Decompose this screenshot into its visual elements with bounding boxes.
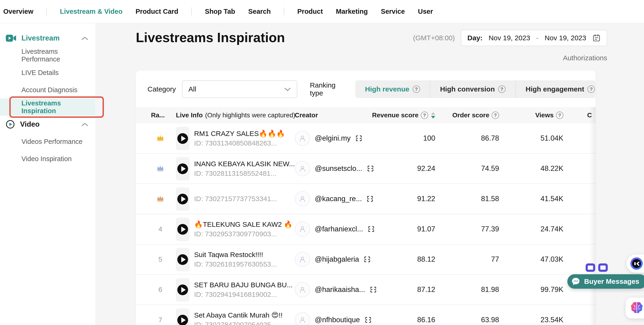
views-value: 99.79K xyxy=(500,275,564,305)
sidebar-item-livestreams-performance[interactable]: Livestreams Performance xyxy=(0,47,95,64)
chevron-up-icon[interactable] xyxy=(81,36,88,40)
calendar-icon[interactable] xyxy=(592,34,601,42)
nav-product[interactable]: Product xyxy=(297,8,323,15)
nav-overview[interactable]: Overview xyxy=(3,8,33,15)
nav-search[interactable]: Search xyxy=(248,8,271,15)
order-score: 86.78 xyxy=(436,123,499,153)
live-title[interactable]: Set Abaya Cantik Murah 😍!! xyxy=(194,311,292,319)
nav-product-card[interactable]: Product Card xyxy=(136,8,178,15)
creator-handle[interactable]: @elgini.my xyxy=(315,134,351,142)
ai-brain-tab[interactable] xyxy=(626,298,644,319)
avatar xyxy=(295,191,310,207)
column-clipped: C xyxy=(587,107,592,123)
table-row: INANG KEBAYA KLASIK NEW... ID: 730281131… xyxy=(136,154,596,184)
play-icon[interactable] xyxy=(177,163,188,174)
date-start[interactable]: Nov 19, 2023 xyxy=(488,34,530,42)
expand-icon[interactable] xyxy=(355,135,362,142)
video-thumbnail[interactable] xyxy=(176,187,190,211)
nav-marketing[interactable]: Marketing xyxy=(336,8,368,15)
expand-icon[interactable] xyxy=(365,317,372,323)
sidebar-group-livestream[interactable]: Livestream xyxy=(0,29,95,47)
brain-icon xyxy=(629,301,644,316)
date-range-picker[interactable]: Day: Nov 19, 2023 - Nov 19, 2023 xyxy=(461,30,607,46)
live-title[interactable]: SET BARU BAJU BUNGA BU... xyxy=(194,281,292,289)
video-thumbnail[interactable] xyxy=(176,127,190,150)
authorizations-link[interactable]: Authorizations xyxy=(563,54,607,62)
play-icon[interactable] xyxy=(177,315,188,325)
help-icon[interactable]: ? xyxy=(556,111,564,119)
live-title[interactable]: Suit Taqwa Restock!!!! xyxy=(194,251,292,259)
ranking-option-high-conversion[interactable]: High conversion ? xyxy=(430,80,516,98)
assistant-robot-tab[interactable] xyxy=(626,255,644,273)
ranking-option-high-revenue[interactable]: High revenue ? xyxy=(355,80,430,98)
order-score: 63.98 xyxy=(436,305,499,325)
play-icon[interactable] xyxy=(177,194,188,204)
table-row: RM1 CRAZY SALES🔥🔥🔥 ID: 73031340850848263… xyxy=(136,123,596,154)
sidebar-item-account-diagnosis[interactable]: Account Diagnosis xyxy=(0,81,95,98)
play-icon[interactable] xyxy=(177,285,188,295)
sidebar-item-video-inspiration[interactable]: Video Inspiration xyxy=(0,150,95,167)
sort-desc-icon[interactable] xyxy=(431,116,435,118)
creator-handle[interactable]: @farhaniexcl... xyxy=(315,225,363,233)
date-end[interactable]: Nov 19, 2023 xyxy=(545,34,586,42)
nav-livestream-video[interactable]: Livestream & Video xyxy=(60,8,122,15)
live-title[interactable]: RM1 CRAZY SALES🔥🔥🔥 xyxy=(194,129,292,138)
avatar xyxy=(295,312,310,325)
nav-divider xyxy=(284,7,284,15)
creator-handle[interactable]: @hijabgaleria xyxy=(315,255,359,264)
help-icon[interactable]: ? xyxy=(498,85,506,93)
main-card: Category All Ranking type High revenue ?… xyxy=(136,70,596,325)
chevron-down-icon xyxy=(284,87,291,91)
revenue-score: 88.12 xyxy=(372,245,435,274)
live-info-cell: ID: 73027157737753341... xyxy=(194,184,292,214)
avatar xyxy=(295,161,310,176)
nav-user[interactable]: User xyxy=(418,8,433,15)
video-thumbnail[interactable] xyxy=(176,278,190,302)
buyer-messages-button[interactable]: Buyer Messages xyxy=(567,274,644,289)
ranking-option-label: High revenue xyxy=(365,85,409,93)
help-icon[interactable]: ? xyxy=(588,85,595,93)
play-icon[interactable] xyxy=(177,254,188,265)
ranking-type-segmented: High revenue ? High conversion ? High en… xyxy=(355,80,596,98)
sort-asc-icon[interactable] xyxy=(431,112,435,115)
video-thumbnail[interactable] xyxy=(176,309,190,325)
sidebar-item-videos-performance[interactable]: Videos Performance xyxy=(0,133,95,150)
table-row: 7 Set Abaya Cantik Murah 😍!! ID: 7302784… xyxy=(136,305,596,325)
creator-handle[interactable]: @harikaaisha... xyxy=(315,286,365,294)
order-score: 81.98 xyxy=(436,275,499,305)
sidebar-item-live-details[interactable]: LIVE Details xyxy=(0,64,95,81)
sidebar-group-video[interactable]: Video xyxy=(0,116,95,133)
play-icon[interactable] xyxy=(177,224,188,235)
nav-shop-tab[interactable]: Shop Tab xyxy=(205,8,235,15)
creator-handle[interactable]: @nfhboutique xyxy=(315,316,360,324)
sort-control[interactable] xyxy=(431,112,435,118)
creator-handle[interactable]: @sunsetsclo... xyxy=(315,164,362,173)
video-thumbnail[interactable] xyxy=(176,218,190,241)
expand-icon[interactable] xyxy=(364,256,371,263)
ranking-option-high-engagement[interactable]: High engagement ? xyxy=(516,80,596,98)
revenue-score: 92.24 xyxy=(372,154,435,183)
help-icon[interactable]: ? xyxy=(492,111,499,119)
chevron-up-icon[interactable] xyxy=(81,122,88,126)
play-icon[interactable] xyxy=(177,133,188,144)
rank-cell: 6 xyxy=(151,275,170,305)
views-value: 48.22K xyxy=(500,154,564,183)
live-title[interactable]: 🔥TELEKUNG SALE KAW2 🔥 xyxy=(194,220,292,228)
category-select[interactable]: All xyxy=(182,80,297,98)
live-info-cell: Set Abaya Cantik Murah 😍!! ID: 730278470… xyxy=(194,305,292,325)
help-icon[interactable]: ? xyxy=(421,111,428,119)
avatar xyxy=(295,282,310,297)
live-id: ID: 73029537309770903... xyxy=(194,230,292,238)
video-thumbnail[interactable] xyxy=(176,248,190,271)
sidebar-item-livestreams-inspiration[interactable]: Livestreams Inspiration xyxy=(0,98,95,116)
column-revenue-score[interactable]: Revenue score ? xyxy=(372,107,435,123)
creator-handle[interactable]: @kacang_re... xyxy=(315,195,362,203)
help-icon[interactable]: ? xyxy=(413,85,420,93)
rank-cell: 7 xyxy=(151,305,170,325)
nav-service[interactable]: Service xyxy=(381,8,405,15)
sidebar: Livestream Livestreams Performance LIVE … xyxy=(0,23,95,325)
live-title[interactable]: INANG KEBAYA KLASIK NEW... xyxy=(194,160,292,168)
live-id: ID: 73026181957630553... xyxy=(194,260,292,268)
video-thumbnail[interactable] xyxy=(176,157,190,180)
category-value: All xyxy=(188,85,196,93)
